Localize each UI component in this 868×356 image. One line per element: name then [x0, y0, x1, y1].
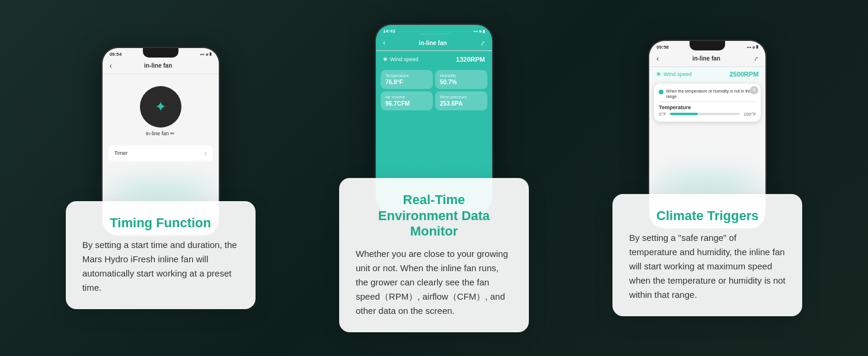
- temperature-card: Temperature 76.8°F: [381, 70, 433, 89]
- temp-range-row: 0°F 100°F: [659, 112, 756, 117]
- battery-icon: ▮: [209, 52, 212, 56]
- windpressure-label: Wind pressure: [440, 95, 483, 99]
- phone-1-title: in-line fan: [112, 62, 205, 69]
- phone-3-title: in-line fan: [659, 55, 754, 62]
- timing-info-card: Timing Function By setting a start time …: [66, 201, 256, 309]
- phone-2-time: 14:43: [383, 28, 395, 34]
- phone-3-status-icons: ▪▪▪ ⌾ ▮: [747, 44, 758, 49]
- wind-speed-row: ❋ Wind speed 1320RPM: [376, 51, 492, 68]
- popup-section-title: Temperature: [659, 104, 756, 110]
- phone-3-time: 09:58: [656, 44, 668, 50]
- climate-section: 09:58 ▪▪▪ ⌾ ▮ ‹ in-line fan ⤤: [607, 40, 808, 316]
- timer-label: Timer: [114, 150, 128, 156]
- humidity-card: Humidity 50.7%: [435, 70, 487, 89]
- phone-3-wind-label: ❋ Wind speed: [656, 71, 692, 77]
- humidity-label: Humidity: [440, 74, 483, 78]
- timer-arrow-icon: ›: [205, 150, 206, 157]
- wifi-icon-2: ⌾: [479, 29, 481, 33]
- realtime-card-title: Real-Time Environment Data Monitor: [356, 192, 512, 239]
- wind-speed-label: ❋ Wind speed: [383, 56, 419, 62]
- phone-1-status-icons: ▪▪▪ ⌾ ▮: [200, 52, 211, 56]
- popup-close-button[interactable]: ✕: [750, 86, 758, 94]
- temp-label: Temperature: [385, 74, 428, 78]
- realtime-card-body: Whether you are close to your growing un…: [356, 247, 512, 318]
- phone-2-share-icon[interactable]: ⤤: [480, 40, 485, 46]
- timing-card-body: By setting a start time and duration, th…: [82, 238, 239, 295]
- signal-icon-2: ▪▪▪: [474, 29, 478, 33]
- phone-3-glow: [654, 176, 761, 194]
- signal-icon: ▪▪▪: [200, 52, 204, 56]
- airvolume-card: Air volume 96.7CFM: [381, 91, 433, 110]
- climate-card-title: Climate Triggers: [629, 208, 786, 224]
- status-dot: [659, 90, 663, 94]
- humidity-value: 50.7%: [440, 79, 483, 85]
- timer-menu-item[interactable]: Timer ›: [108, 145, 213, 161]
- temp-value: 76.8°F: [385, 79, 428, 85]
- phone-2-glow: [381, 160, 487, 178]
- phone-3-share-icon[interactable]: ⤤: [754, 55, 758, 62]
- timing-section: 09:54 ▪▪▪ ⌾ ▮ ‹ in-line fan: [60, 47, 261, 309]
- phone-2-title: in-line fan: [385, 40, 480, 46]
- edit-icon: ✏: [170, 131, 175, 136]
- timing-card-title: Timing Function: [82, 215, 239, 231]
- popup-status-text: When the temperature or humidity is not …: [666, 88, 756, 99]
- climate-info-card: Climate Triggers By setting a "safe rang…: [612, 194, 802, 316]
- phone-3-fan-icon: ❋: [656, 71, 661, 77]
- phone-1-header: ‹ in-line fan: [103, 58, 219, 74]
- temp-range-max: 100°F: [743, 112, 756, 117]
- metrics-grid: Temperature 76.8°F Humidity 50.7% Air vo…: [376, 68, 492, 113]
- airvolume-value: 96.7CFM: [385, 100, 428, 107]
- phone-2-status-icons: ▪▪▪ ⌾ ▮: [474, 29, 485, 34]
- fan-icon-large: [140, 86, 181, 128]
- fan-image: [137, 86, 184, 128]
- popup-status-row: When the temperature or humidity is not …: [659, 88, 756, 99]
- climate-card-body: By setting a "safe range" of temperature…: [629, 231, 786, 302]
- phone-3-header: ‹ in-line fan ⤤: [649, 51, 765, 67]
- phone-3-wind-row: ❋ Wind speed 2500RPM: [649, 67, 765, 81]
- battery-icon-3: ▮: [756, 44, 758, 49]
- wifi-icon: ⌾: [206, 52, 208, 56]
- main-container: 09:54 ▪▪▪ ⌾ ▮ ‹ in-line fan: [0, 0, 868, 356]
- windpressure-value: 253.6PA: [440, 100, 483, 107]
- phone-2-header: ‹ in-line fan ⤤: [376, 35, 492, 51]
- phone-3-notch: [690, 41, 725, 50]
- phone-1-glow: [107, 183, 214, 201]
- phone-3-wind-value: 2500RPM: [729, 71, 758, 78]
- fan-name-label: in-line fan ✏: [146, 131, 175, 136]
- climate-popup: ✕ When the temperature or humidity is no…: [654, 84, 761, 122]
- signal-icon-3: ▪▪▪: [747, 45, 751, 49]
- realtime-section: 14:43 ▪▪▪ ⌾ ▮ ‹ in-line fan ⤤: [333, 24, 535, 332]
- realtime-info-card: Real-Time Environment Data Monitor Wheth…: [339, 178, 529, 332]
- windpressure-card: Wind pressure 253.6PA: [435, 91, 487, 110]
- phone-1-notch: [143, 48, 178, 58]
- phone-1-time: 09:54: [110, 52, 122, 57]
- wifi-icon-3: ⌾: [752, 45, 755, 49]
- phone-2-notch: [416, 25, 452, 34]
- battery-icon-2: ▮: [483, 29, 485, 34]
- wind-speed-value: 1320RPM: [456, 56, 485, 63]
- airvolume-label: Air volume: [385, 95, 428, 99]
- temp-range-min: 0°F: [659, 112, 666, 117]
- popup-divider: [659, 101, 756, 102]
- fan-spin-icon: ❋: [383, 56, 388, 62]
